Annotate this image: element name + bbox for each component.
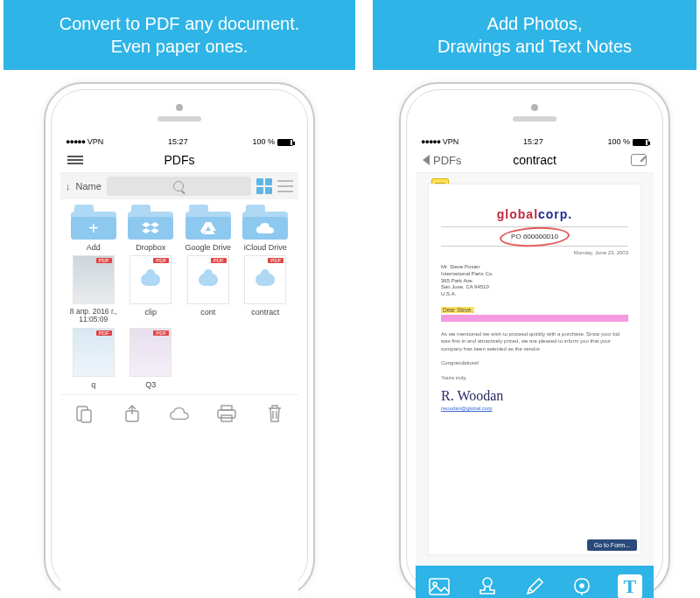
pdf-badge: PDF bbox=[96, 258, 112, 263]
svg-point-9 bbox=[580, 584, 584, 588]
dropbox-icon bbox=[142, 222, 159, 234]
folder-label: Add bbox=[66, 243, 122, 252]
folder-label: iCloud Drive bbox=[238, 243, 294, 252]
pdf-badge: PDF bbox=[268, 258, 284, 263]
nav-bar: PDFs contract bbox=[416, 148, 654, 173]
shape-tool[interactable] bbox=[570, 574, 594, 598]
battery-icon bbox=[277, 139, 293, 146]
right-panel: Add Photos, Drawings and Text Notes ●●●●… bbox=[373, 0, 696, 598]
stamp-tool[interactable] bbox=[475, 574, 500, 598]
file-item[interactable]: PDF q bbox=[66, 328, 122, 389]
folder-icloud[interactable]: iCloud Drive bbox=[238, 205, 294, 252]
phone-mockup-left: ●●●●● VPN 15:27 100 % PDFs ↓ bbox=[4, 70, 355, 598]
folder-add[interactable]: + Add bbox=[66, 205, 122, 252]
menu-icon[interactable] bbox=[67, 154, 83, 166]
folder-google-drive[interactable]: Google Drive bbox=[180, 205, 236, 252]
document-viewer[interactable]: globalcorp. PO 600000010 Monday, June 23… bbox=[416, 173, 654, 566]
page-title: contract bbox=[475, 153, 594, 167]
share-button[interactable] bbox=[122, 404, 142, 423]
phone-speaker bbox=[513, 116, 556, 122]
phone-camera bbox=[176, 104, 183, 111]
file-label: 8 апр. 2016 г., 11:05:09 bbox=[66, 308, 122, 324]
red-circle-annotation bbox=[500, 225, 570, 247]
status-time: 15:27 bbox=[523, 137, 543, 146]
plus-icon: + bbox=[88, 219, 99, 239]
file-item[interactable]: PDF 8 апр. 2016 г., 11:05:09 bbox=[66, 255, 122, 324]
banner-line2: Drawings and Text Notes bbox=[380, 35, 690, 58]
left-panel: Convert to PDF any document. Even paper … bbox=[4, 0, 355, 598]
folder-grid: + Add Dropbox bbox=[60, 199, 298, 394]
back-button[interactable]: PDFs bbox=[423, 154, 475, 167]
grid-view-icon[interactable] bbox=[256, 178, 272, 194]
closing-line: Yours truly, bbox=[441, 374, 628, 381]
file-label: cont bbox=[180, 308, 236, 316]
battery-percent: 100 % bbox=[253, 137, 276, 146]
banner-line1: Add Photos, bbox=[380, 12, 690, 35]
annotation-toolbar: T bbox=[416, 566, 654, 598]
signal-icon: ●●●●● bbox=[66, 137, 85, 146]
search-input[interactable] bbox=[107, 177, 251, 196]
compose-icon[interactable] bbox=[631, 154, 647, 166]
signature-email: rwoodan@global.corp bbox=[441, 406, 628, 411]
file-item[interactable]: PDF contract bbox=[238, 255, 294, 324]
carrier-label: VPN bbox=[443, 137, 459, 146]
back-label: PDFs bbox=[433, 154, 462, 167]
pencil-tool[interactable] bbox=[522, 574, 547, 598]
signature: R. Woodan bbox=[441, 388, 628, 404]
file-label: Q3 bbox=[123, 380, 179, 389]
svg-point-8 bbox=[483, 578, 492, 587]
nav-bar: PDFs bbox=[60, 148, 298, 173]
signal-icon: ●●●●● bbox=[421, 137, 440, 146]
paste-button[interactable] bbox=[74, 404, 94, 423]
carrier-label: VPN bbox=[88, 137, 104, 146]
banner-line2: Even paper ones. bbox=[10, 35, 348, 58]
cloud-button[interactable] bbox=[170, 404, 189, 423]
bottom-toolbar bbox=[60, 394, 298, 428]
cloud-icon bbox=[256, 223, 274, 233]
cloud-icon bbox=[141, 274, 160, 286]
document-screen: ●●●●● VPN 15:27 100 % PDFs contract bbox=[416, 136, 654, 598]
svg-rect-1 bbox=[81, 410, 91, 422]
list-view-icon[interactable] bbox=[277, 180, 293, 192]
status-bar: ●●●●● VPN 15:27 100 % bbox=[416, 136, 654, 148]
photo-tool[interactable] bbox=[427, 574, 452, 598]
cloud-icon bbox=[199, 274, 218, 286]
phone-speaker bbox=[158, 116, 201, 122]
sort-search-row: ↓ Name bbox=[60, 173, 298, 199]
pdf-badge: PDF bbox=[153, 330, 169, 336]
folder-label: Google Drive bbox=[180, 243, 236, 252]
pdf-list-screen: ●●●●● VPN 15:27 100 % PDFs ↓ bbox=[60, 136, 298, 598]
yellow-highlight: Dear Steve, bbox=[441, 307, 474, 313]
svg-rect-3 bbox=[221, 406, 232, 410]
chevron-left-icon bbox=[423, 155, 430, 165]
trash-button[interactable] bbox=[265, 404, 284, 423]
document-date: Monday, June 23, 2003 bbox=[441, 250, 628, 255]
google-drive-icon bbox=[200, 222, 216, 234]
phone-camera bbox=[531, 104, 538, 111]
pdf-badge: PDF bbox=[96, 330, 112, 336]
document-page: globalcorp. PO 600000010 Monday, June 23… bbox=[428, 184, 641, 555]
left-banner: Convert to PDF any document. Even paper … bbox=[4, 0, 355, 70]
status-bar: ●●●●● VPN 15:27 100 % bbox=[60, 136, 298, 148]
file-item[interactable]: PDF cont bbox=[180, 255, 236, 324]
file-label: clip bbox=[123, 308, 179, 316]
folder-dropbox[interactable]: Dropbox bbox=[123, 205, 179, 252]
banner-line1: Convert to PDF any document. bbox=[10, 12, 348, 35]
address-block: Mr. Steve Poster International Parts Co.… bbox=[441, 264, 628, 298]
pink-highlight bbox=[441, 315, 628, 322]
sort-field-label[interactable]: Name bbox=[76, 181, 102, 191]
go-to-form-button[interactable]: Go to Form... bbox=[587, 539, 637, 551]
congrats-line: Congratulations! bbox=[441, 359, 628, 366]
text-tool[interactable]: T bbox=[618, 574, 642, 598]
file-item[interactable]: PDF Q3 bbox=[123, 328, 179, 389]
sort-direction-icon[interactable]: ↓ bbox=[66, 181, 71, 191]
svg-rect-4 bbox=[218, 410, 235, 418]
search-icon bbox=[173, 181, 184, 191]
file-label: contract bbox=[238, 308, 294, 316]
body-paragraph: As we mentioned we wish to proceed quick… bbox=[441, 330, 628, 352]
print-button[interactable] bbox=[217, 404, 236, 423]
file-item[interactable]: PDF clip bbox=[123, 255, 179, 324]
battery-icon bbox=[633, 139, 648, 146]
pdf-badge: PDF bbox=[211, 258, 227, 263]
text-icon: T bbox=[623, 575, 636, 598]
